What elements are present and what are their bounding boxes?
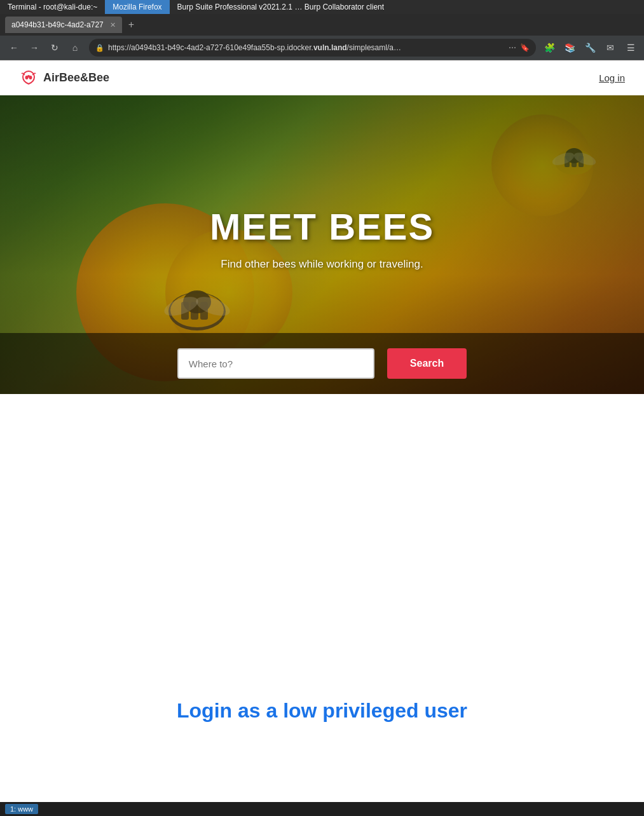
bookmark-icon[interactable]: 🔖 [520, 43, 530, 52]
search-bar-section: Search [0, 333, 644, 394]
tab-title: a0494b31-b49c-4ad2-a727 [11, 20, 104, 29]
search-button[interactable]: Search [387, 348, 467, 379]
svg-point-2 [27, 75, 30, 78]
address-bar[interactable]: 🔒 https://a0494b31-b49c-4ad2-a727-610e49… [89, 39, 536, 57]
hero-content: MEET BEES Find other bees while working … [210, 205, 434, 271]
hero-title: MEET BEES [210, 205, 434, 248]
white-content-section [0, 394, 644, 674]
taskbar-terminal[interactable]: Terminal - root@kali-due:~ [0, 0, 105, 14]
hero-subtitle: Find other bees while working or traveli… [210, 258, 434, 271]
nav-bar: ← → ↻ ⌂ 🔒 https://a0494b31-b49c-4ad2-a72… [0, 36, 644, 60]
tools-icon[interactable]: 🔧 [582, 39, 598, 56]
low-priv-heading: Login as a low privileged user [0, 699, 644, 723]
website-content: AirBee&Bee Log in [0, 60, 644, 748]
bottom-section: Login as a low privileged user [0, 674, 644, 748]
status-item-www: 1: www [5, 804, 38, 814]
back-button[interactable]: ← [5, 39, 23, 57]
url-text: https://a0494b31-b49c-4ad2-a727-610e49fa… [108, 43, 505, 52]
bee-logo-icon [19, 69, 38, 88]
menu-icon[interactable]: ☰ [622, 39, 639, 56]
home-button[interactable]: ⌂ [66, 39, 84, 57]
reload-button[interactable]: ↻ [46, 39, 64, 57]
forward-button[interactable]: → [25, 39, 43, 57]
mail-icon[interactable]: ✉ [602, 39, 619, 56]
browser-chrome: a0494b31-b49c-4ad2-a727 ✕ + ← → ↻ ⌂ 🔒 ht… [0, 14, 644, 60]
new-tab-button[interactable]: + [125, 19, 138, 31]
extensions-icon[interactable]: 🧩 [541, 39, 558, 56]
taskbar-firefox[interactable]: Mozilla Firefox [105, 0, 169, 14]
logo-area: AirBee&Bee [19, 69, 109, 88]
taskbar: Terminal - root@kali-due:~ Mozilla Firef… [0, 0, 644, 14]
taskbar-burp[interactable]: Burp Suite Professional v2021.2.1 … Burp… [170, 0, 392, 14]
nav-right-icons: 🧩 📚 🔧 ✉ ☰ [541, 39, 639, 56]
site-header: AirBee&Bee Log in [0, 60, 644, 95]
security-icon: 🔒 [95, 44, 104, 52]
hero-section: MEET BEES Find other bees while working … [0, 95, 644, 394]
status-bar: 1: www [0, 802, 644, 816]
tab-close-button[interactable]: ✕ [110, 21, 116, 29]
logo-text: AirBee&Bee [43, 71, 109, 85]
browser-tab-active[interactable]: a0494b31-b49c-4ad2-a727 ✕ [5, 17, 122, 33]
tab-bar: a0494b31-b49c-4ad2-a727 ✕ + [0, 14, 644, 36]
bookmarks-icon[interactable]: 📚 [561, 39, 578, 56]
where-to-input[interactable] [177, 348, 374, 379]
reader-icon[interactable]: ⋯ [509, 43, 516, 52]
login-link[interactable]: Log in [599, 72, 625, 83]
